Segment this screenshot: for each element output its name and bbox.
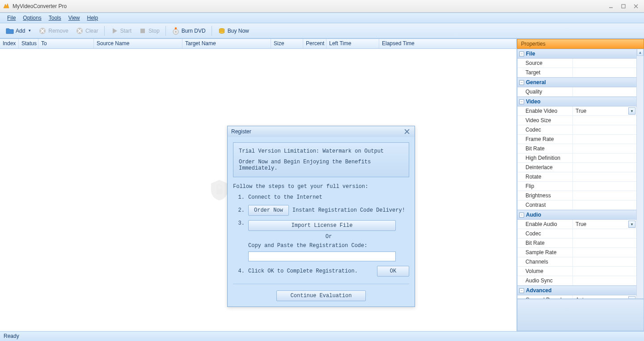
ok-button[interactable]: OK [377, 266, 409, 277]
scroll-up-icon[interactable]: ▲ [637, 49, 644, 56]
prop-group-advanced-label: Advanced [526, 287, 551, 294]
step-1-num: 1. [237, 194, 245, 200]
buy-now-button[interactable]: Buy Now [215, 25, 252, 37]
remove-button[interactable]: Remove [35, 25, 72, 37]
menu-bar: File Options Tools View Help [0, 13, 644, 23]
prop-group-audio-header[interactable]: − Audio [517, 210, 636, 220]
menu-help[interactable]: Help [84, 14, 102, 22]
dialog-close-button[interactable] [403, 128, 411, 135]
prop-audio-sync[interactable]: Audio Sync [517, 276, 636, 286]
prop-channels[interactable]: Channels [517, 257, 636, 267]
dialog-body: Trial Version Limitation: Watermark on O… [228, 137, 415, 307]
folder-add-icon [6, 27, 14, 35]
prop-audio-codec[interactable]: Codec [517, 229, 636, 239]
prop-audio-bitrate[interactable]: Bit Rate [517, 239, 636, 248]
remove-label: Remove [48, 28, 68, 34]
menu-options[interactable]: Options [19, 14, 45, 22]
main-area: Index Status To Source Name Target Name … [0, 38, 644, 331]
prop-enable-video[interactable]: Enable VideoTrue▼ [517, 107, 636, 116]
col-elapsed-time[interactable]: Elapsed Time [379, 39, 517, 48]
minimize-button[interactable] [606, 2, 616, 10]
start-button[interactable]: Start [107, 25, 135, 37]
prop-video-codec[interactable]: Codec [517, 125, 636, 135]
dropdown-icon[interactable]: ▼ [628, 296, 636, 299]
collapse-icon[interactable]: − [519, 80, 524, 85]
close-button[interactable] [631, 2, 641, 10]
add-button[interactable]: Add▼ [3, 25, 34, 37]
prop-deinterlace[interactable]: Deinterlace [517, 163, 636, 172]
menu-view[interactable]: View [65, 14, 84, 22]
order-now-button[interactable]: Order Now [248, 205, 289, 216]
col-target-name[interactable]: Target Name [182, 39, 271, 48]
prop-general-decoder[interactable]: General DecoderAuto▼ [517, 295, 636, 299]
dropdown-icon[interactable]: ▼ [628, 221, 636, 228]
trial-info-box: Trial Version Limitation: Watermark on O… [233, 142, 409, 177]
svg-point-16 [219, 31, 225, 33]
prop-target[interactable]: Target [517, 68, 636, 77]
prop-contrast[interactable]: Contrast [517, 200, 636, 210]
prop-video-size[interactable]: Video Size [517, 116, 636, 125]
prop-frame-rate[interactable]: Frame Rate [517, 135, 636, 144]
collapse-icon[interactable]: − [519, 213, 524, 217]
register-dialog: Register Trial Version Limitation: Water… [227, 126, 415, 307]
status-text: Ready [4, 333, 19, 339]
col-left-time[interactable]: Left Time [326, 39, 379, 48]
svg-rect-17 [216, 189, 222, 194]
svg-rect-1 [622, 4, 625, 8]
prop-sample-rate[interactable]: Sample Rate [517, 248, 636, 257]
dialog-separator [233, 284, 409, 284]
or-text: Or [248, 234, 409, 240]
col-index[interactable]: Index [0, 39, 19, 48]
col-source-name[interactable]: Source Name [94, 39, 182, 48]
continue-evaluation-button[interactable]: Continue Evaluation [276, 290, 366, 301]
prop-volume[interactable]: Volume [517, 267, 636, 276]
prop-group-file: − File Source Target [517, 49, 636, 77]
prop-high-def[interactable]: High Definition [517, 153, 636, 163]
prop-video-bitrate[interactable]: Bit Rate [517, 144, 636, 153]
prop-group-general-header[interactable]: − General [517, 77, 636, 87]
col-status[interactable]: Status [19, 39, 38, 48]
collapse-icon[interactable]: − [519, 99, 524, 104]
menu-file[interactable]: File [4, 14, 19, 22]
step-2-num: 2. [237, 207, 245, 213]
app-title: MyVideoConverter Pro [13, 3, 606, 9]
import-license-button[interactable]: Import License File [248, 220, 396, 231]
prop-flip[interactable]: Flip [517, 182, 636, 191]
registration-code-input[interactable] [248, 251, 396, 261]
properties-title: Properties [517, 39, 644, 49]
burn-dvd-label: Burn DVD [182, 28, 206, 34]
prop-group-file-label: File [526, 51, 535, 57]
col-to[interactable]: To [38, 39, 94, 48]
maximize-button[interactable] [618, 2, 629, 10]
prop-brightness[interactable]: Brightness [517, 191, 636, 200]
stop-button[interactable]: Stop [136, 25, 163, 37]
instant-delivery-text: Instant Registration Code Delivery! [292, 207, 405, 213]
coins-icon [218, 27, 226, 35]
prop-group-audio-label: Audio [526, 212, 541, 218]
collapse-icon[interactable]: − [519, 51, 524, 56]
window-controls [606, 2, 641, 10]
prop-group-file-header[interactable]: − File [517, 49, 636, 59]
svg-point-13 [175, 31, 176, 32]
properties-scrollbar[interactable]: ▲ [636, 49, 644, 298]
step-1-text: Connect to the Internet [248, 194, 322, 200]
prop-group-advanced: − Advanced General DecoderAuto▼ [517, 286, 636, 299]
prop-group-advanced-header[interactable]: − Advanced [517, 286, 636, 295]
col-size[interactable]: Size [271, 39, 303, 48]
menu-tools[interactable]: Tools [45, 14, 65, 22]
add-label: Add [16, 28, 25, 34]
prop-source[interactable]: Source [517, 59, 636, 68]
col-percent[interactable]: Percent [303, 39, 326, 48]
trial-limitation-text: Trial Version Limitation: Watermark on O… [239, 148, 403, 154]
clear-button[interactable]: Clear [72, 25, 102, 37]
dialog-title: Register [231, 128, 403, 135]
prop-group-video-header[interactable]: − Video [517, 97, 636, 107]
burn-dvd-button[interactable]: Burn DVD [169, 25, 209, 37]
toolbar-separator [104, 26, 105, 36]
dropdown-icon[interactable]: ▼ [628, 107, 636, 115]
prop-quality[interactable]: Quality [517, 87, 636, 97]
prop-enable-audio[interactable]: Enable AudioTrue▼ [517, 220, 636, 229]
collapse-icon[interactable]: − [519, 288, 524, 293]
status-bar: Ready [0, 331, 644, 341]
prop-rotate[interactable]: Rotate [517, 172, 636, 182]
